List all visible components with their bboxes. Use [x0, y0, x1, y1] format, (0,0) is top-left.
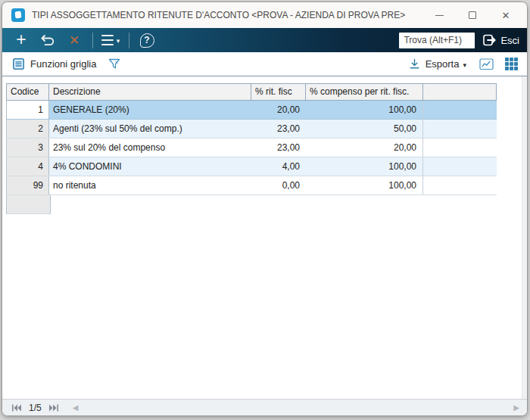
chevron-down-icon: ▾ — [463, 61, 466, 69]
grid-toolbar: Funzioni griglia Esporta ▾ — [2, 52, 527, 76]
cell-descrizione: 23% sul 20% del compenso — [49, 138, 251, 157]
download-icon — [409, 58, 420, 70]
cell-descrizione: 4% CONDOMINI — [49, 157, 251, 176]
cell-compenso: 100,00 — [306, 176, 423, 194]
undo-icon — [40, 34, 56, 47]
cell-compenso: 50,00 — [306, 120, 423, 138]
cell-descrizione: Agenti (23% sul 50% del comp.) — [49, 120, 251, 138]
minimize-icon — [435, 15, 444, 16]
cell-rit-fisc: 4,00 — [251, 157, 306, 176]
data-grid: Codice Descrizione % rit. fisc % compens… — [6, 83, 497, 214]
maximize-icon — [469, 11, 476, 19]
cell-compenso: 20,00 — [306, 138, 423, 157]
export-button[interactable]: Esporta ▾ — [409, 58, 466, 70]
cell-compenso: 100,00 — [306, 101, 423, 119]
main-toolbar: + ✕ ▾ ? Esci — [2, 28, 527, 52]
close-icon: ✕ — [502, 10, 510, 21]
column-header-codice[interactable]: Codice — [6, 84, 49, 100]
table-row[interactable]: 1 GENERALE (20%) 20,00 100,00 — [6, 101, 497, 120]
last-page-icon — [48, 404, 59, 412]
table-row[interactable]: 4 4% CONDOMINI 4,00 100,00 — [6, 157, 497, 176]
minimize-button[interactable] — [422, 5, 456, 26]
cell-rit-fisc: 23,00 — [251, 138, 306, 157]
page-indicator: 1/5 — [29, 403, 42, 413]
cell-codice: 99 — [6, 176, 49, 194]
cell-descrizione: no ritenuta — [49, 176, 251, 194]
status-bar: 1/5 ◀ ▶ — [2, 399, 527, 415]
hamburger-icon — [101, 35, 114, 45]
maximize-button[interactable] — [456, 5, 489, 26]
last-page-button[interactable] — [45, 404, 62, 412]
scroll-right-arrow[interactable]: ▶ — [513, 403, 519, 412]
undo-button[interactable] — [38, 30, 58, 50]
filter-icon — [108, 58, 120, 70]
cancel-button[interactable]: ✕ — [64, 30, 84, 50]
pager: 1/5 — [8, 403, 62, 413]
cell-codice: 4 — [6, 157, 49, 176]
menu-button[interactable]: ▾ — [101, 30, 120, 50]
toolbar-separator — [92, 33, 93, 48]
app-logo-icon — [11, 8, 25, 22]
help-button[interactable]: ? — [137, 30, 157, 50]
window-title: TIPI ASSOGGETTAMENTO RITENUTE D'ACCONTO … — [32, 10, 405, 20]
column-header-descrizione[interactable]: Descrizione — [49, 84, 251, 100]
content-area: Codice Descrizione % rit. fisc % compens… — [2, 76, 527, 399]
cancel-x-icon: ✕ — [69, 33, 80, 48]
chevron-down-icon: ▾ — [117, 37, 120, 45]
table-row[interactable]: 2 Agenti (23% sul 50% del comp.) 23,00 5… — [6, 120, 497, 138]
scroll-left-arrow[interactable]: ◀ — [73, 403, 79, 412]
grid-header-row: Codice Descrizione % rit. fisc % compens… — [6, 83, 497, 101]
cell-rit-fisc: 23,00 — [251, 120, 306, 138]
cell-compenso: 100,00 — [306, 157, 423, 176]
exit-icon — [482, 33, 497, 48]
table-row[interactable]: 3 23% sul 20% del compenso 23,00 20,00 — [6, 138, 497, 157]
cell-codice: 1 — [6, 101, 49, 119]
find-input[interactable] — [399, 33, 475, 48]
cell-rit-fisc: 0,00 — [251, 176, 306, 194]
export-label: Esporta — [426, 58, 460, 70]
vertical-scrollbar[interactable] — [522, 76, 527, 399]
add-button[interactable]: + — [11, 30, 31, 50]
help-icon: ? — [140, 33, 154, 48]
window-controls: ✕ — [422, 5, 522, 26]
cell-codice: 2 — [6, 120, 49, 138]
filter-button[interactable] — [108, 58, 120, 70]
chart-view-button[interactable] — [479, 58, 494, 70]
column-header-rit-fisc[interactable]: % rit. fisc — [251, 84, 306, 100]
grid-view-button[interactable] — [505, 58, 518, 70]
first-page-icon — [11, 404, 22, 412]
chart-icon — [479, 58, 494, 70]
cell-descrizione: GENERALE (20%) — [49, 101, 251, 119]
plus-icon: + — [16, 31, 26, 48]
table-row[interactable]: 99 no ritenuta 0,00 100,00 — [6, 176, 497, 195]
toolbar-separator — [129, 33, 129, 48]
first-page-button[interactable] — [8, 404, 25, 412]
title-bar: TIPI ASSOGGETTAMENTO RITENUTE D'ACCONTO … — [2, 2, 527, 28]
column-header-compenso[interactable]: % compenso per rit. fisc. — [306, 84, 423, 100]
grid-functions-button[interactable]: Funzioni griglia — [13, 58, 96, 70]
column-header-empty — [423, 84, 497, 100]
empty-codice-cell — [6, 195, 51, 214]
grid-functions-label: Funzioni griglia — [30, 58, 96, 70]
cell-rit-fisc: 20,00 — [251, 101, 306, 119]
grid-functions-icon — [13, 58, 24, 70]
exit-button[interactable]: Esci — [482, 33, 519, 48]
close-button[interactable]: ✕ — [489, 5, 522, 26]
cell-codice: 3 — [6, 138, 49, 157]
app-window: TIPI ASSOGGETTAMENTO RITENUTE D'ACCONTO … — [2, 2, 528, 416]
exit-label: Esci — [500, 35, 519, 46]
